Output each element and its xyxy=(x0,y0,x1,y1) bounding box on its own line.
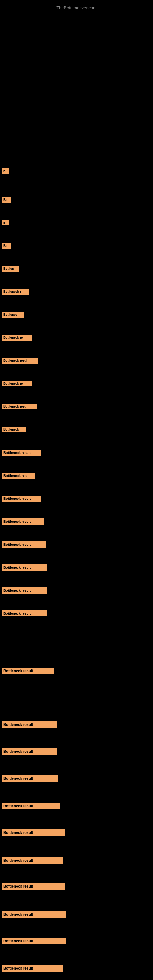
bottleneck-result-bar-30: Bottleneck result xyxy=(2,938,66,945)
bottleneck-result-bar-29: Bottleneck result xyxy=(2,911,66,918)
bottleneck-bar-container-28: Bottleneck result xyxy=(0,882,65,892)
bottleneck-bar-container-29: Bottleneck result xyxy=(0,910,66,920)
bottleneck-result-bar-14: Bottleneck res xyxy=(2,473,35,479)
bottleneck-result-bar-16: Bottleneck result xyxy=(2,519,45,525)
bottleneck-bar-container-6: Bottleneck r xyxy=(0,288,29,297)
bottleneck-result-bar-9: Bottleneck resul xyxy=(2,358,38,364)
bottleneck-bar-container-26: Bottleneck result xyxy=(0,829,65,838)
bottleneck-result-bar-11: Bottleneck resu xyxy=(2,404,37,409)
bottleneck-bar-container-19: Bottleneck result xyxy=(0,587,47,596)
bottleneck-result-bar-31: Bottleneck result xyxy=(2,965,63,972)
bottleneck-result-bar-24: Bottleneck result xyxy=(2,775,58,782)
bottleneck-bar-container-16: Bottleneck result xyxy=(0,517,45,527)
bottleneck-bar-container-4: Bo xyxy=(0,242,11,251)
bottleneck-result-bar-6: Bottleneck r xyxy=(2,289,29,294)
bottleneck-bar-container-22: Bottleneck result xyxy=(0,720,57,730)
bottleneck-result-bar-7: Bottlenec xyxy=(2,312,24,318)
bottleneck-bar-container-12: Bottleneck xyxy=(0,426,26,434)
bottleneck-result-bar-10: Bottleneck re xyxy=(2,381,32,387)
bottleneck-bar-container-8: Bottleneck re xyxy=(0,334,32,343)
bottleneck-bar-container-24: Bottleneck result xyxy=(0,774,58,784)
bottleneck-result-bar-28: Bottleneck result xyxy=(2,883,65,890)
bottleneck-bar-container-9: Bottleneck resul xyxy=(0,357,38,366)
bottleneck-result-bar-8: Bottleneck re xyxy=(2,335,32,340)
bottleneck-result-bar-18: Bottleneck result xyxy=(2,565,47,571)
bottleneck-result-bar-25: Bottleneck result xyxy=(2,803,60,810)
bottleneck-result-bar-5: Bottlen xyxy=(2,266,19,272)
bottleneck-bar-container-15: Bottleneck result xyxy=(0,495,41,504)
bottleneck-bar-container-2: Bo xyxy=(0,196,11,205)
bottleneck-bar-container-31: Bottleneck result xyxy=(0,964,63,974)
bottleneck-result-bar-27: Bottleneck result xyxy=(2,857,63,864)
bottleneck-result-bar-20: Bottleneck result xyxy=(2,610,48,616)
bottleneck-bar-container-17: Bottleneck result xyxy=(0,541,46,550)
bottleneck-result-bar-15: Bottleneck result xyxy=(2,495,41,502)
bottleneck-bar-container-21: Bottleneck result xyxy=(0,667,54,676)
bottleneck-result-bar-17: Bottleneck result xyxy=(2,541,46,547)
bottleneck-result-bar-3: B xyxy=(2,220,9,225)
bottleneck-result-bar-26: Bottleneck result xyxy=(2,829,65,836)
bottleneck-result-bar-13: Bottleneck result xyxy=(2,450,41,456)
bottleneck-result-bar-2: Bo xyxy=(2,197,11,203)
bottleneck-bar-container-11: Bottleneck resu xyxy=(0,403,37,412)
bottleneck-bar-container-25: Bottleneck result xyxy=(0,802,60,811)
bottleneck-bar-container-5: Bottlen xyxy=(0,265,19,274)
site-title: TheBottlenecker.com xyxy=(56,2,97,12)
bottleneck-bar-container-3: B xyxy=(0,219,9,228)
bottleneck-bar-container-10: Bottleneck re xyxy=(0,380,32,389)
bottleneck-result-bar-4: Bo xyxy=(2,243,11,249)
bottleneck-result-bar-23: Bottleneck result xyxy=(2,748,57,755)
bottleneck-bar-container-1: B xyxy=(0,167,9,176)
bottleneck-bar-container-20: Bottleneck result xyxy=(0,609,48,619)
bottleneck-result-bar-1: B xyxy=(2,169,9,174)
bottleneck-bar-container-14: Bottleneck res xyxy=(0,472,35,481)
bottleneck-result-bar-12: Bottleneck xyxy=(2,426,26,433)
bottleneck-result-bar-22: Bottleneck result xyxy=(2,721,57,728)
bottleneck-bar-container-30: Bottleneck result xyxy=(0,937,66,947)
bottleneck-bar-container-7: Bottlenec xyxy=(0,311,24,320)
bottleneck-bar-container-27: Bottleneck result xyxy=(0,856,63,866)
bottleneck-bar-container-13: Bottleneck result xyxy=(0,449,41,458)
bottleneck-bar-container-23: Bottleneck result xyxy=(0,747,57,757)
bottleneck-result-bar-19: Bottleneck result xyxy=(2,587,47,593)
bottleneck-result-bar-21: Bottleneck result xyxy=(2,668,54,675)
bottleneck-bar-container-18: Bottleneck result xyxy=(0,563,47,573)
